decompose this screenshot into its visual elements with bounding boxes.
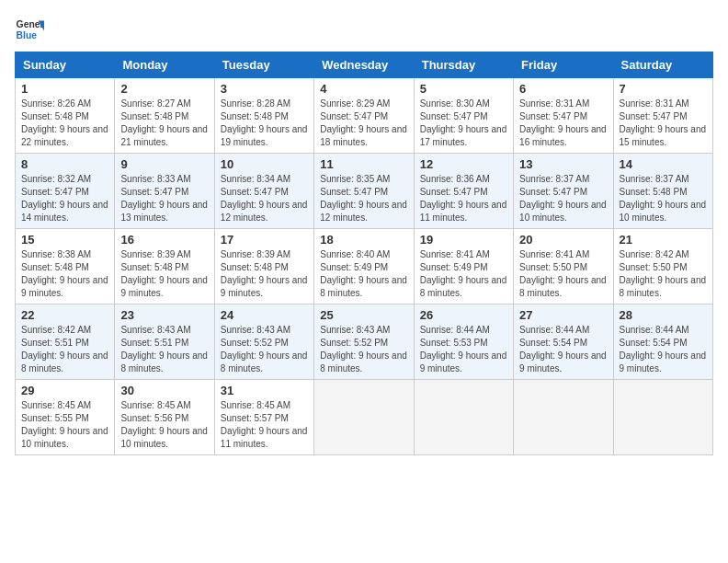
day-info: Sunrise: 8:41 AMSunset: 5:49 PMDaylight:… [420, 248, 507, 300]
calendar-header-row: SundayMondayTuesdayWednesdayThursdayFrid… [16, 52, 713, 78]
calendar-week-row: 8Sunrise: 8:32 AMSunset: 5:47 PMDaylight… [16, 154, 713, 229]
calendar-cell: 10Sunrise: 8:34 AMSunset: 5:47 PMDayligh… [214, 154, 313, 229]
calendar-table: SundayMondayTuesdayWednesdayThursdayFrid… [15, 52, 713, 455]
day-number: 2 [120, 82, 208, 96]
page-header: General Blue [15, 15, 713, 44]
day-number: 1 [21, 82, 108, 96]
day-info: Sunrise: 8:39 AMSunset: 5:48 PMDaylight:… [221, 248, 308, 300]
day-number: 15 [21, 233, 108, 247]
day-number: 11 [320, 157, 407, 171]
calendar-cell: 4Sunrise: 8:29 AMSunset: 5:47 PMDaylight… [314, 78, 414, 154]
day-number: 29 [21, 384, 108, 397]
header-sunday: Sunday [16, 52, 115, 78]
calendar-cell [314, 380, 414, 455]
day-number: 6 [519, 82, 607, 96]
calendar-week-row: 1Sunrise: 8:26 AMSunset: 5:48 PMDaylight… [16, 78, 713, 154]
calendar-cell: 2Sunrise: 8:27 AMSunset: 5:48 PMDaylight… [115, 78, 214, 154]
day-info: Sunrise: 8:40 AMSunset: 5:49 PMDaylight:… [320, 248, 407, 300]
day-number: 25 [320, 308, 407, 322]
day-info: Sunrise: 8:37 AMSunset: 5:47 PMDaylight:… [519, 173, 607, 224]
calendar-cell: 20Sunrise: 8:41 AMSunset: 5:50 PMDayligh… [514, 229, 613, 304]
day-info: Sunrise: 8:43 AMSunset: 5:52 PMDaylight:… [221, 324, 308, 375]
day-info: Sunrise: 8:34 AMSunset: 5:47 PMDaylight:… [221, 173, 308, 224]
header-monday: Monday [115, 52, 214, 78]
day-number: 3 [221, 82, 308, 96]
calendar-cell: 12Sunrise: 8:36 AMSunset: 5:47 PMDayligh… [414, 154, 513, 229]
calendar-cell [613, 380, 712, 455]
header-friday: Friday [514, 52, 613, 78]
day-info: Sunrise: 8:43 AMSunset: 5:51 PMDaylight:… [120, 324, 208, 375]
day-info: Sunrise: 8:31 AMSunset: 5:47 PMDaylight:… [620, 98, 707, 149]
day-number: 28 [620, 308, 707, 322]
day-info: Sunrise: 8:41 AMSunset: 5:50 PMDaylight:… [519, 248, 607, 300]
calendar-cell: 28Sunrise: 8:44 AMSunset: 5:54 PMDayligh… [613, 304, 712, 380]
day-number: 9 [120, 157, 208, 171]
calendar-week-row: 29Sunrise: 8:45 AMSunset: 5:55 PMDayligh… [16, 380, 713, 455]
day-number: 8 [21, 157, 108, 171]
calendar-cell: 17Sunrise: 8:39 AMSunset: 5:48 PMDayligh… [214, 229, 313, 304]
day-number: 14 [620, 157, 707, 171]
day-number: 16 [120, 233, 208, 247]
day-number: 7 [620, 82, 707, 96]
day-number: 17 [221, 233, 308, 247]
calendar-cell: 15Sunrise: 8:38 AMSunset: 5:48 PMDayligh… [16, 229, 115, 304]
day-number: 31 [221, 384, 308, 397]
calendar-cell: 24Sunrise: 8:43 AMSunset: 5:52 PMDayligh… [214, 304, 313, 380]
day-info: Sunrise: 8:45 AMSunset: 5:55 PMDaylight:… [21, 399, 108, 451]
day-number: 21 [620, 233, 707, 247]
calendar-cell: 21Sunrise: 8:42 AMSunset: 5:50 PMDayligh… [613, 229, 712, 304]
logo-icon: General Blue [15, 15, 44, 44]
day-number: 10 [221, 157, 308, 171]
calendar-cell: 1Sunrise: 8:26 AMSunset: 5:48 PMDaylight… [16, 78, 115, 154]
day-info: Sunrise: 8:30 AMSunset: 5:47 PMDaylight:… [420, 98, 507, 149]
day-info: Sunrise: 8:33 AMSunset: 5:47 PMDaylight:… [120, 173, 208, 224]
calendar-cell: 14Sunrise: 8:37 AMSunset: 5:48 PMDayligh… [613, 154, 712, 229]
calendar-cell: 22Sunrise: 8:42 AMSunset: 5:51 PMDayligh… [16, 304, 115, 380]
day-info: Sunrise: 8:31 AMSunset: 5:47 PMDaylight:… [519, 98, 607, 149]
calendar-cell: 13Sunrise: 8:37 AMSunset: 5:47 PMDayligh… [514, 154, 613, 229]
calendar-cell: 18Sunrise: 8:40 AMSunset: 5:49 PMDayligh… [314, 229, 414, 304]
day-info: Sunrise: 8:43 AMSunset: 5:52 PMDaylight:… [320, 324, 407, 375]
calendar-cell: 7Sunrise: 8:31 AMSunset: 5:47 PMDaylight… [613, 78, 712, 154]
calendar-cell: 6Sunrise: 8:31 AMSunset: 5:47 PMDaylight… [514, 78, 613, 154]
calendar-cell: 19Sunrise: 8:41 AMSunset: 5:49 PMDayligh… [414, 229, 513, 304]
day-number: 19 [420, 233, 507, 247]
day-number: 5 [420, 82, 507, 96]
calendar-cell: 8Sunrise: 8:32 AMSunset: 5:47 PMDaylight… [16, 154, 115, 229]
header-thursday: Thursday [414, 52, 513, 78]
svg-text:Blue: Blue [17, 30, 38, 40]
calendar-week-row: 22Sunrise: 8:42 AMSunset: 5:51 PMDayligh… [16, 304, 713, 380]
calendar-cell: 29Sunrise: 8:45 AMSunset: 5:55 PMDayligh… [16, 380, 115, 455]
day-info: Sunrise: 8:28 AMSunset: 5:48 PMDaylight:… [221, 98, 308, 149]
calendar-cell: 30Sunrise: 8:45 AMSunset: 5:56 PMDayligh… [115, 380, 214, 455]
day-info: Sunrise: 8:32 AMSunset: 5:47 PMDaylight:… [21, 173, 108, 224]
calendar-cell: 31Sunrise: 8:45 AMSunset: 5:57 PMDayligh… [214, 380, 313, 455]
calendar-cell: 11Sunrise: 8:35 AMSunset: 5:47 PMDayligh… [314, 154, 414, 229]
day-info: Sunrise: 8:42 AMSunset: 5:51 PMDaylight:… [21, 324, 108, 375]
calendar-cell: 16Sunrise: 8:39 AMSunset: 5:48 PMDayligh… [115, 229, 214, 304]
header-wednesday: Wednesday [314, 52, 414, 78]
calendar-cell: 27Sunrise: 8:44 AMSunset: 5:54 PMDayligh… [514, 304, 613, 380]
day-number: 24 [221, 308, 308, 322]
day-info: Sunrise: 8:45 AMSunset: 5:57 PMDaylight:… [221, 399, 308, 451]
calendar-cell: 23Sunrise: 8:43 AMSunset: 5:51 PMDayligh… [115, 304, 214, 380]
day-info: Sunrise: 8:44 AMSunset: 5:54 PMDaylight:… [620, 324, 707, 375]
logo: General Blue [15, 15, 48, 44]
day-number: 22 [21, 308, 108, 322]
calendar-cell [514, 380, 613, 455]
day-info: Sunrise: 8:44 AMSunset: 5:54 PMDaylight:… [519, 324, 607, 375]
day-number: 23 [120, 308, 208, 322]
calendar-cell: 26Sunrise: 8:44 AMSunset: 5:53 PMDayligh… [414, 304, 513, 380]
day-info: Sunrise: 8:36 AMSunset: 5:47 PMDaylight:… [420, 173, 507, 224]
calendar-cell: 5Sunrise: 8:30 AMSunset: 5:47 PMDaylight… [414, 78, 513, 154]
calendar-cell: 3Sunrise: 8:28 AMSunset: 5:48 PMDaylight… [214, 78, 313, 154]
day-info: Sunrise: 8:45 AMSunset: 5:56 PMDaylight:… [120, 399, 208, 451]
header-saturday: Saturday [613, 52, 712, 78]
day-number: 13 [519, 157, 607, 171]
day-number: 20 [519, 233, 607, 247]
day-info: Sunrise: 8:27 AMSunset: 5:48 PMDaylight:… [120, 98, 208, 149]
day-info: Sunrise: 8:26 AMSunset: 5:48 PMDaylight:… [21, 98, 108, 149]
day-number: 12 [420, 157, 507, 171]
day-info: Sunrise: 8:29 AMSunset: 5:47 PMDaylight:… [320, 98, 407, 149]
day-info: Sunrise: 8:39 AMSunset: 5:48 PMDaylight:… [120, 248, 208, 300]
